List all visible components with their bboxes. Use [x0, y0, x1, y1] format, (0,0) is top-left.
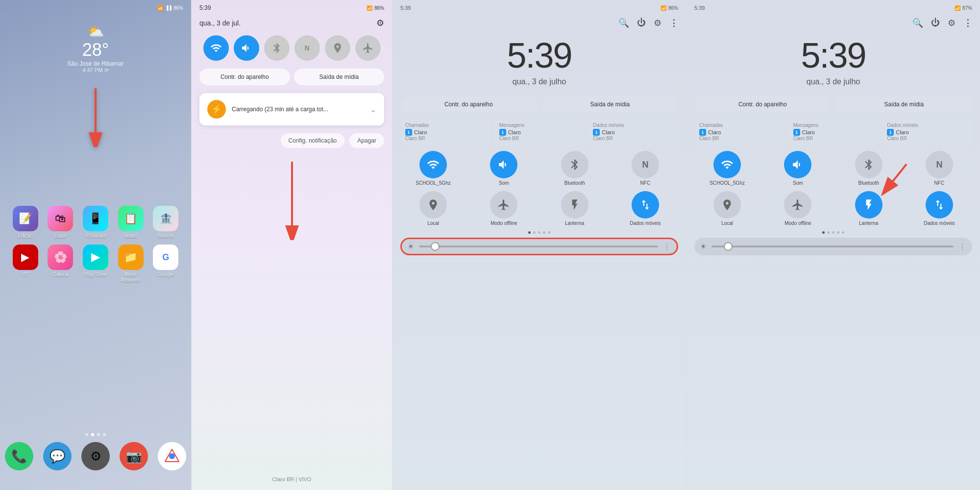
tg-airplane-p3[interactable]: Modo offline [471, 191, 537, 226]
app-rsociais[interactable]: 📱 R.Sociais [80, 206, 111, 239]
dock-phone[interactable]: 📞 [5, 442, 33, 470]
tg-flashlight-circle-p3[interactable] [561, 191, 588, 219]
power-icon-p4[interactable]: ⏻ [931, 18, 940, 28]
dock-camera[interactable]: 📷 [120, 442, 148, 470]
more-brightness-icon[interactable]: ⋮ [663, 242, 671, 251]
apagar-btn[interactable]: Apagar [349, 133, 384, 148]
tg-volume-p3[interactable]: Som [471, 151, 537, 186]
settings-icon-p3[interactable]: ⚙ [654, 18, 662, 28]
notif-date-text: qua., 3 de jul. [199, 19, 241, 27]
toggle-grid-row2-p3: Local Modo offline Lanterna [392, 191, 686, 226]
tg-location-p3[interactable]: Local [400, 191, 466, 226]
tg-flashlight-p4[interactable]: Lanterna [836, 191, 902, 226]
brightness-bar-p4[interactable]: ☀ ⋮ [694, 238, 972, 255]
app-edicao[interactable]: 📝 Edição [10, 206, 41, 239]
app-google[interactable]: G Google [150, 245, 181, 283]
tg-flashlight-p3[interactable]: Lanterna [542, 191, 608, 226]
tg-data-p3[interactable]: Dados móveis [612, 191, 678, 226]
tg-wifi-p4[interactable]: SCHOOL_5Ghz [694, 151, 760, 186]
toggle-volume[interactable] [234, 35, 259, 61]
sim-dados-p4: Dados móveis 1 Claro Claro BR [882, 119, 972, 145]
tg-nfc-p3[interactable]: N NFC [612, 151, 678, 186]
app-grid-row2: ▶ YT 🌸 Galeria ▶ Play Store 📁 Meus Arqui… [0, 245, 191, 283]
sim-dados-sub: Claro BR [593, 136, 673, 141]
tg-wifi-label-p4: SCHOOL_5Ghz [710, 180, 745, 186]
toggle-wifi[interactable] [203, 35, 229, 61]
power-icon-p3[interactable]: ⏻ [637, 18, 646, 28]
toggle-airplane[interactable] [355, 35, 381, 61]
app-meus-arquivos[interactable]: 📁 Meus Arquivos [115, 245, 147, 283]
app-edicao-label: Edição [18, 233, 33, 239]
settings-icon-p4[interactable]: ⚙ [948, 18, 956, 28]
tg-volume-p4[interactable]: Som [765, 151, 831, 186]
toggle-bluetooth[interactable] [264, 35, 290, 61]
app-edicao-icon[interactable]: 📝 [13, 206, 38, 231]
dock-messages[interactable]: 💬 [43, 442, 72, 470]
dock-settings[interactable]: ⚙ [81, 442, 110, 470]
tg-wifi-circle-p4[interactable] [713, 151, 741, 178]
tg-airplane-circle-p4[interactable] [784, 191, 811, 219]
tg-location-circle-p3[interactable] [419, 191, 447, 219]
expand-icon[interactable]: ⌄ [370, 105, 376, 114]
app-playstore[interactable]: ▶ Play Store [80, 245, 111, 283]
config-notif-btn[interactable]: Config. notificação [281, 133, 345, 148]
brightness-bar-p3[interactable]: ☀ ⋮ [400, 238, 678, 255]
tg-location-p4[interactable]: Local [694, 191, 760, 226]
brightness-handle-p3[interactable] [431, 242, 440, 251]
contr-aparelho-p4[interactable]: Contr. do aparelho [694, 96, 831, 113]
saida-midia-p4[interactable]: Saída de mídia [836, 96, 973, 113]
tg-bluetooth-circle-p3[interactable] [561, 151, 588, 178]
tg-data-p4[interactable]: Dados móveis [906, 191, 972, 226]
tg-location-circle-p4[interactable] [713, 191, 741, 219]
app-bancos[interactable]: 🏦 Bancos [150, 206, 181, 239]
app-rsociais-icon[interactable]: 📱 [83, 206, 108, 231]
tg-data-circle-p4[interactable] [926, 191, 953, 219]
tg-nfc-circle-p4[interactable]: N [926, 151, 953, 178]
app-lojas-icon[interactable]: 🛍 [48, 206, 73, 231]
page-dots-p1 [0, 433, 191, 436]
tg-airplane-p4[interactable]: Modo offline [765, 191, 831, 226]
pdot-1-p4 [822, 231, 825, 234]
contr-aparelho-p3[interactable]: Contr. do aparelho [400, 96, 537, 113]
more-icon-p3[interactable]: ⋮ [669, 18, 678, 28]
tutorial-arrow-down-p2 [192, 162, 392, 240]
app-galeria[interactable]: 🌸 Galeria [45, 245, 76, 283]
app-yt-icon[interactable]: ▶ [13, 245, 38, 270]
app-galeria-icon[interactable]: 🌸 [48, 245, 73, 270]
notif-date-display: qua., 3 de jul. [199, 19, 241, 27]
tg-volume-circle-p4[interactable] [784, 151, 811, 178]
tg-data-circle-p3[interactable] [632, 191, 659, 219]
app-lojas[interactable]: 🛍 Lojas [45, 206, 76, 239]
brightness-handle-p4[interactable] [724, 242, 733, 251]
app-meus-icon[interactable]: 📁 [118, 245, 144, 270]
more-icon-p4[interactable]: ⋮ [963, 18, 972, 28]
toggle-location[interactable] [325, 35, 350, 61]
app-yt[interactable]: ▶ YT [10, 245, 41, 283]
tg-nfc-circle-p3[interactable]: N [632, 151, 659, 178]
app-notas[interactable]: 📋 Notas [115, 206, 147, 239]
app-google-icon[interactable]: G [153, 245, 178, 270]
pdot-3-p4 [832, 231, 834, 234]
app-playstore-label: Play Store [84, 272, 107, 277]
app-bancos-icon[interactable]: 🏦 [153, 206, 178, 231]
sim-mensagens-provider-p4: 1 Claro [793, 129, 874, 136]
toggle-nfc[interactable]: N [294, 35, 320, 61]
contr-aparelho-btn[interactable]: Contr. do aparelho [199, 69, 290, 85]
search-icon-p3[interactable]: 🔍 [618, 18, 629, 28]
saida-midia-btn[interactable]: Saída de mídia [294, 69, 385, 85]
more-brightness-icon-p4[interactable]: ⋮ [958, 242, 966, 251]
tg-wifi-circle-p3[interactable] [419, 151, 447, 178]
tg-airplane-circle-p3[interactable] [490, 191, 517, 219]
saida-midia-p3[interactable]: Saída de mídia [542, 96, 679, 113]
app-notas-label: Notas [124, 233, 137, 239]
settings-icon-p2[interactable]: ⚙ [376, 18, 384, 28]
tg-bluetooth-p3[interactable]: Bluetooth [542, 151, 608, 186]
status-bar-p4: 5:39 📶 87% [686, 0, 980, 14]
dock-chrome[interactable] [158, 442, 186, 470]
app-playstore-icon[interactable]: ▶ [83, 245, 108, 270]
tg-volume-circle-p3[interactable] [490, 151, 517, 178]
app-notas-icon[interactable]: 📋 [118, 206, 144, 231]
tg-nfc-p4[interactable]: N NFC [906, 151, 972, 186]
search-icon-p4[interactable]: 🔍 [912, 18, 923, 28]
tg-wifi-p3[interactable]: SCHOOL_5Ghz [400, 151, 466, 186]
